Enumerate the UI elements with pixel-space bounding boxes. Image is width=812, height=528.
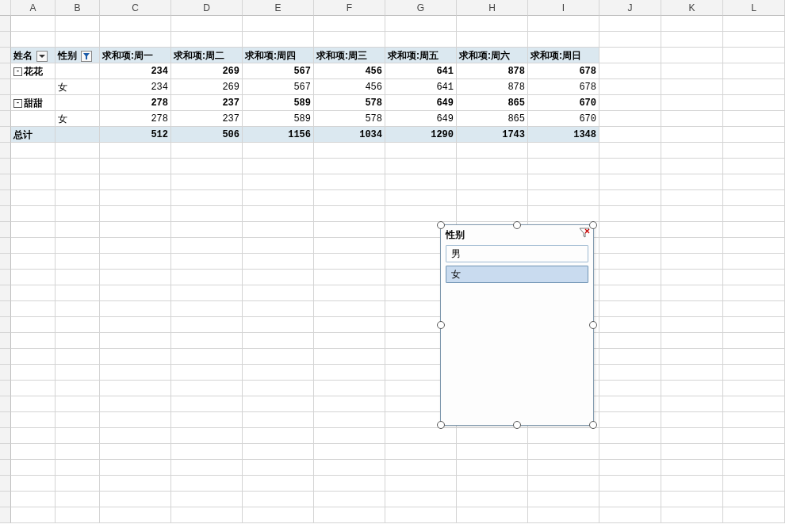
grid-cell[interactable] bbox=[723, 460, 785, 476]
grid-cell[interactable] bbox=[599, 159, 661, 174]
grid-cell[interactable] bbox=[457, 507, 528, 523]
grid-cell[interactable] bbox=[11, 111, 56, 127]
grid-cell[interactable] bbox=[11, 333, 56, 349]
grid-cell[interactable] bbox=[56, 381, 100, 396]
grid-cell[interactable] bbox=[528, 428, 599, 444]
grid-cell[interactable] bbox=[385, 444, 457, 460]
grid-cell[interactable] bbox=[100, 365, 171, 381]
grid-cell[interactable] bbox=[171, 222, 243, 238]
filter-icon[interactable] bbox=[81, 51, 92, 62]
grid-cell[interactable] bbox=[723, 16, 785, 32]
grid-cell[interactable] bbox=[100, 412, 171, 428]
grid-cell[interactable] bbox=[56, 159, 100, 174]
dropdown-icon[interactable] bbox=[36, 51, 48, 62]
grid-cell[interactable] bbox=[100, 143, 171, 159]
grid-cell[interactable] bbox=[56, 333, 100, 349]
grid-cell[interactable] bbox=[100, 396, 171, 412]
grid-cell[interactable] bbox=[171, 190, 243, 206]
grid-cell[interactable] bbox=[11, 476, 56, 492]
grid-cell[interactable] bbox=[314, 381, 385, 396]
grid-cell[interactable] bbox=[457, 159, 528, 174]
row-header[interactable] bbox=[0, 127, 11, 143]
grid-cell[interactable] bbox=[100, 492, 171, 507]
grid-cell[interactable] bbox=[243, 285, 314, 301]
grid-cell[interactable] bbox=[385, 460, 457, 476]
grid-cell[interactable] bbox=[11, 412, 56, 428]
grid-cell[interactable] bbox=[56, 206, 100, 222]
grid-cell[interactable] bbox=[100, 349, 171, 365]
grid-cell[interactable] bbox=[100, 507, 171, 523]
grid-cell[interactable] bbox=[723, 254, 785, 270]
grid-cell[interactable] bbox=[243, 174, 314, 190]
row-header[interactable] bbox=[0, 396, 11, 412]
grid-cell[interactable] bbox=[243, 238, 314, 254]
grid-cell[interactable] bbox=[171, 492, 243, 507]
grid-cell[interactable] bbox=[11, 190, 56, 206]
grid-cell[interactable] bbox=[661, 460, 723, 476]
grid-cell[interactable] bbox=[661, 206, 723, 222]
grid-cell[interactable] bbox=[528, 507, 599, 523]
grid-cell[interactable] bbox=[661, 349, 723, 365]
grid-cell[interactable] bbox=[243, 476, 314, 492]
grid-cell[interactable] bbox=[11, 174, 56, 190]
grid-cell[interactable] bbox=[723, 444, 785, 460]
grid-cell[interactable] bbox=[56, 444, 100, 460]
grid-cell[interactable] bbox=[100, 16, 171, 32]
grid-cell[interactable] bbox=[56, 222, 100, 238]
grid-cell[interactable] bbox=[661, 444, 723, 460]
row-header[interactable] bbox=[0, 285, 11, 301]
grid-cell[interactable] bbox=[457, 428, 528, 444]
grid-cell[interactable] bbox=[100, 317, 171, 333]
grid-cell[interactable] bbox=[723, 48, 785, 63]
grid-cell[interactable] bbox=[11, 206, 56, 222]
column-header[interactable]: L bbox=[723, 0, 785, 16]
pivot-field-name[interactable]: 姓名 bbox=[11, 48, 56, 63]
grid-cell[interactable] bbox=[100, 174, 171, 190]
grid-cell[interactable] bbox=[171, 507, 243, 523]
grid-cell[interactable] bbox=[599, 111, 661, 127]
grid-cell[interactable] bbox=[314, 492, 385, 507]
grid-cell[interactable] bbox=[528, 476, 599, 492]
grid-cell[interactable] bbox=[599, 476, 661, 492]
grid-cell[interactable] bbox=[243, 159, 314, 174]
grid-cell[interactable] bbox=[171, 381, 243, 396]
grid-cell[interactable] bbox=[599, 79, 661, 95]
grid-cell[interactable] bbox=[314, 222, 385, 238]
grid-cell[interactable] bbox=[56, 254, 100, 270]
grid-cell[interactable] bbox=[314, 301, 385, 317]
grid-cell[interactable] bbox=[723, 95, 785, 111]
grid-cell[interactable] bbox=[457, 174, 528, 190]
grid-cell[interactable] bbox=[171, 174, 243, 190]
grid-cell[interactable] bbox=[661, 174, 723, 190]
grid-cell[interactable] bbox=[171, 444, 243, 460]
grid-cell[interactable] bbox=[171, 143, 243, 159]
column-header[interactable]: B bbox=[56, 0, 100, 16]
grid-cell[interactable] bbox=[599, 16, 661, 32]
grid-cell[interactable] bbox=[11, 16, 56, 32]
grid-cell[interactable] bbox=[171, 254, 243, 270]
column-header[interactable]: D bbox=[171, 0, 243, 16]
grid-cell[interactable] bbox=[385, 159, 457, 174]
grid-cell[interactable] bbox=[56, 317, 100, 333]
grid-cell[interactable] bbox=[723, 428, 785, 444]
grid-cell[interactable] bbox=[723, 333, 785, 349]
grid-cell[interactable] bbox=[385, 476, 457, 492]
grid-cell[interactable] bbox=[11, 270, 56, 285]
row-header[interactable] bbox=[0, 48, 11, 63]
pivot-col-header[interactable]: 求和项:周六 bbox=[457, 48, 528, 63]
grid-cell[interactable] bbox=[11, 79, 56, 95]
grid-cell[interactable] bbox=[661, 507, 723, 523]
grid-cell[interactable] bbox=[599, 396, 661, 412]
collapse-icon[interactable]: - bbox=[13, 99, 22, 108]
grid-cell[interactable] bbox=[599, 285, 661, 301]
grid-cell[interactable] bbox=[171, 476, 243, 492]
slicer-item-male[interactable]: 男 bbox=[446, 245, 588, 262]
row-header[interactable] bbox=[0, 95, 11, 111]
grid-cell[interactable] bbox=[171, 317, 243, 333]
grid-cell[interactable] bbox=[661, 317, 723, 333]
grid-cell[interactable] bbox=[385, 32, 457, 48]
grid-cell[interactable] bbox=[599, 349, 661, 365]
column-header[interactable]: I bbox=[528, 0, 599, 16]
grid-cell[interactable] bbox=[11, 317, 56, 333]
row-header[interactable] bbox=[0, 16, 11, 32]
